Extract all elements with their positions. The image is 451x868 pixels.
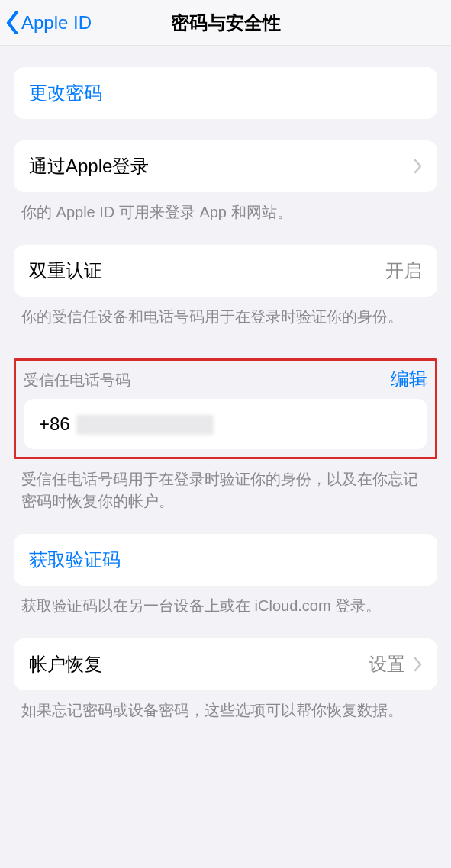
trusted-phone-header-row: 受信任电话号码 编辑 [16, 367, 435, 399]
change-password-cell[interactable]: 更改密码 [14, 67, 437, 119]
chevron-right-icon [413, 657, 422, 672]
chevron-right-icon [413, 159, 422, 174]
account-recovery-group: 帐户恢复 设置 如果忘记密码或设备密码，这些选项可以帮你恢复数据。 [0, 638, 451, 722]
get-code-group: 获取验证码 获取验证码以在另一台设备上或在 iCloud.com 登录。 [0, 534, 451, 617]
sign-in-with-apple-label: 通过Apple登录 [29, 154, 149, 178]
account-recovery-value: 设置 [369, 652, 405, 677]
back-label: Apple ID [21, 12, 92, 34]
two-factor-label: 双重认证 [29, 259, 102, 283]
trusted-phone-highlight: 受信任电话号码 编辑 +86 [14, 358, 437, 459]
two-factor-group: 双重认证 开启 你的受信任设备和电话号码用于在登录时验证你的身份。 [0, 245, 451, 328]
trusted-phone-number: +86 [39, 413, 214, 436]
nav-bar: Apple ID 密码与安全性 [0, 0, 451, 46]
sign-in-with-apple-group: 通过Apple登录 你的 Apple ID 可用来登录 App 和网站。 [0, 140, 451, 223]
change-password-label: 更改密码 [29, 81, 102, 105]
two-factor-footer: 你的受信任设备和电话号码用于在登录时验证你的身份。 [0, 297, 451, 328]
get-code-footer: 获取验证码以在另一台设备上或在 iCloud.com 登录。 [0, 586, 451, 617]
trusted-phone-redacted [76, 415, 214, 435]
two-factor-cell: 双重认证 开启 [14, 245, 437, 297]
get-code-cell[interactable]: 获取验证码 [14, 534, 437, 586]
two-factor-value: 开启 [385, 259, 422, 283]
back-button[interactable]: Apple ID [6, 11, 92, 34]
change-password-group: 更改密码 [0, 67, 451, 119]
trusted-phone-edit-button[interactable]: 编辑 [391, 367, 427, 391]
trusted-phone-prefix: +86 [39, 413, 70, 434]
account-recovery-footer: 如果忘记密码或设备密码，这些选项可以帮你恢复数据。 [0, 690, 451, 722]
account-recovery-label: 帐户恢复 [29, 652, 102, 677]
account-recovery-cell[interactable]: 帐户恢复 设置 [14, 638, 437, 690]
chevron-left-icon [6, 11, 20, 34]
trusted-phone-header: 受信任电话号码 [24, 370, 130, 391]
trusted-phone-footer: 受信任电话号码用于在登录时验证你的身份，以及在你忘记密码时恢复你的帐户。 [0, 459, 451, 513]
get-code-label: 获取验证码 [29, 548, 121, 572]
trusted-phone-cell[interactable]: +86 [24, 399, 427, 449]
sign-in-with-apple-cell[interactable]: 通过Apple登录 [14, 140, 437, 192]
content: 更改密码 通过Apple登录 你的 Apple ID 可用来登录 App 和网站… [0, 67, 451, 752]
sign-in-with-apple-footer: 你的 Apple ID 可用来登录 App 和网站。 [0, 192, 451, 223]
